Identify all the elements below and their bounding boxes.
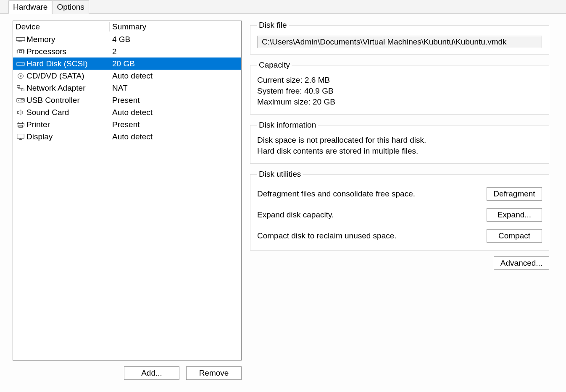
remove-button[interactable]: Remove [186, 366, 242, 380]
memory-icon [16, 35, 26, 44]
device-row-network[interactable]: Network Adapter NAT [13, 82, 241, 94]
expand-desc: Expand disk capacity. [257, 210, 334, 220]
disk-file-legend: Disk file [257, 21, 289, 30]
svg-rect-28 [17, 134, 24, 138]
device-summary: Present [110, 120, 241, 129]
device-row-usb[interactable]: USB Controller Present [13, 94, 241, 106]
device-label: Processors [26, 47, 66, 56]
disk-utilities-legend: Disk utilities [257, 170, 303, 179]
svg-rect-24 [21, 99, 23, 101]
expand-button[interactable]: Expand... [487, 208, 542, 222]
device-label: Hard Disk (SCSI) [26, 59, 88, 68]
disk-info-line1: Disk space is not preallocated for this … [257, 136, 542, 145]
defragment-button[interactable]: Defragment [487, 187, 542, 201]
harddisk-icon [16, 60, 26, 68]
device-row-printer[interactable]: Printer Present [13, 118, 241, 131]
disk-info-legend: Disk information [257, 120, 318, 130]
device-label: Printer [26, 120, 50, 129]
capacity-legend: Capacity [257, 60, 292, 70]
svg-point-18 [18, 73, 24, 78]
disk-info-line2: Hard disk contents are stored in multipl… [257, 146, 542, 156]
group-disk-information: Disk information Disk space is not preal… [250, 120, 549, 164]
system-free-label: System free: [257, 86, 302, 95]
device-label: Display [26, 132, 53, 141]
svg-rect-25 [17, 123, 24, 126]
maximum-size-label: Maximum size: [257, 97, 311, 106]
speaker-icon [16, 108, 26, 117]
device-label: Network Adapter [26, 84, 85, 93]
group-disk-file: Disk file C:\Users\Admin\Documents\Virtu… [250, 21, 549, 55]
disk-file-path[interactable]: C:\Users\Admin\Documents\Virtual Machine… [257, 36, 542, 48]
device-label: Memory [26, 35, 55, 44]
network-icon [16, 84, 26, 92]
svg-point-19 [20, 75, 21, 77]
compact-button[interactable]: Compact [487, 229, 542, 243]
defragment-desc: Defragment files and consolidate free sp… [257, 189, 415, 199]
tab-hardware[interactable]: Hardware [8, 0, 52, 14]
device-summary: 4 GB [110, 35, 241, 44]
svg-rect-26 [18, 122, 22, 123]
device-row-memory[interactable]: Memory 4 GB [13, 33, 241, 45]
current-size-label: Current size: [257, 76, 303, 84]
group-disk-utilities: Disk utilities Defragment files and cons… [250, 170, 549, 251]
svg-point-23 [18, 100, 19, 101]
usb-icon [16, 96, 26, 105]
device-summary: 2 [110, 47, 241, 56]
device-summary: Auto detect [110, 132, 241, 141]
display-icon [16, 133, 26, 141]
device-summary: NAT [110, 84, 241, 93]
device-row-cddvd[interactable]: CD/DVD (SATA) Auto detect [13, 70, 241, 82]
device-summary: 20 GB [110, 59, 241, 68]
svg-rect-21 [21, 89, 24, 91]
device-label: USB Controller [26, 96, 80, 105]
system-free-value: 40.9 GB [304, 86, 334, 95]
device-summary: Present [110, 96, 241, 105]
device-list: Device Summary Memory 4 GB Processors 2 [13, 21, 242, 361]
add-button[interactable]: Add... [124, 366, 179, 380]
compact-desc: Compact disk to reclaim unused space. [257, 231, 397, 240]
device-row-sound[interactable]: Sound Card Auto detect [13, 106, 241, 118]
device-summary: Auto detect [110, 108, 241, 117]
device-label: CD/DVD (SATA) [26, 71, 84, 81]
svg-rect-20 [17, 85, 20, 87]
svg-rect-0 [16, 37, 25, 40]
device-list-header: Device Summary [13, 21, 241, 33]
printer-icon [16, 120, 26, 129]
device-row-display[interactable]: Display Auto detect [13, 131, 241, 143]
svg-point-17 [22, 63, 23, 64]
header-summary[interactable]: Summary [110, 22, 241, 31]
device-row-harddisk[interactable]: Hard Disk (SCSI) 20 GB [13, 57, 241, 70]
device-summary: Auto detect [110, 71, 241, 81]
tab-options[interactable]: Options [52, 0, 89, 14]
current-size-value: 2.6 MB [305, 76, 330, 84]
tab-bar: Hardware Options [0, 0, 566, 14]
svg-rect-8 [18, 49, 24, 54]
cpu-icon [16, 47, 26, 56]
maximum-size-value: 20 GB [313, 97, 335, 106]
header-device[interactable]: Device [13, 22, 110, 31]
advanced-button[interactable]: Advanced... [494, 256, 549, 270]
svg-rect-9 [19, 50, 22, 53]
disc-icon [16, 72, 26, 80]
group-capacity: Capacity Current size: 2.6 MB System fre… [250, 60, 549, 115]
device-label: Sound Card [26, 108, 69, 117]
device-row-processors[interactable]: Processors 2 [13, 45, 241, 57]
